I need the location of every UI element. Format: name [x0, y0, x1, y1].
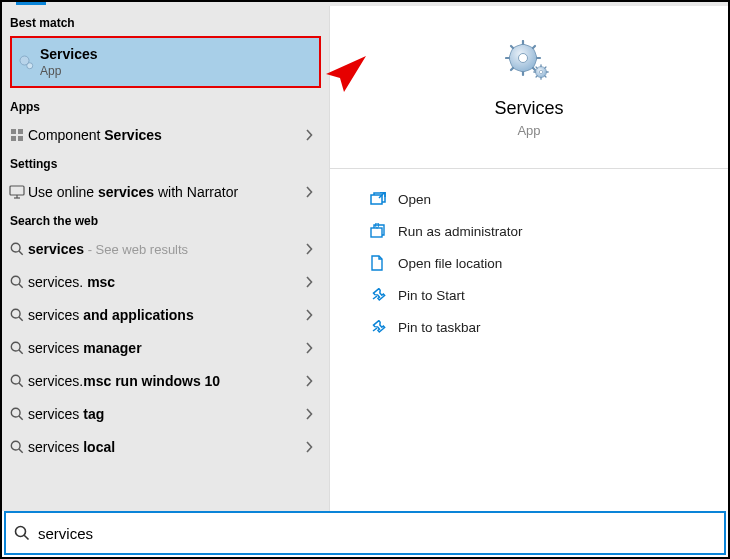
action-open[interactable]: Open: [370, 183, 728, 215]
svg-line-10: [19, 250, 23, 254]
svg-rect-5: [18, 136, 23, 141]
svg-point-15: [11, 342, 20, 351]
svg-point-1: [27, 63, 33, 69]
svg-point-19: [11, 408, 20, 417]
chevron-right-icon: [305, 375, 321, 387]
svg-point-21: [11, 441, 20, 450]
chevron-right-icon: [305, 441, 321, 453]
web-result-item[interactable]: services. msc: [2, 265, 329, 298]
action-run-as-administrator[interactable]: Run as administrator: [370, 215, 728, 247]
svg-point-13: [11, 309, 20, 318]
svg-line-22: [19, 448, 23, 452]
actions-list: OpenRun as administratorOpen file locati…: [330, 169, 728, 343]
folder-icon: [370, 255, 398, 271]
chevron-right-icon: [305, 342, 321, 354]
svg-line-38: [545, 67, 546, 68]
svg-rect-43: [371, 228, 382, 237]
svg-line-18: [19, 382, 23, 386]
search-icon: [6, 242, 28, 256]
web-result-item[interactable]: services local: [2, 430, 329, 463]
svg-rect-6: [10, 186, 24, 195]
action-label: Open: [398, 192, 431, 207]
result-label: services and applications: [28, 307, 305, 323]
main-area: Best match Services App Apps Component S…: [2, 6, 728, 511]
result-label: services manager: [28, 340, 305, 356]
section-best-match: Best match: [2, 10, 329, 34]
chevron-right-icon: [305, 243, 321, 255]
svg-rect-4: [11, 136, 16, 141]
svg-line-16: [19, 349, 23, 353]
web-result-item[interactable]: services tag: [2, 397, 329, 430]
web-result-item[interactable]: services and applications: [2, 298, 329, 331]
action-label: Run as administrator: [398, 224, 523, 239]
svg-line-47: [24, 535, 28, 539]
preview-panel: Services App OpenRun as administratorOpe…: [330, 6, 728, 511]
svg-point-9: [11, 243, 20, 252]
top-bar: [2, 2, 728, 6]
svg-line-41: [536, 67, 537, 68]
preview-subtitle: App: [517, 123, 540, 138]
chevron-right-icon: [305, 309, 321, 321]
pin-icon: [370, 288, 398, 302]
svg-rect-2: [11, 129, 16, 134]
result-label: services tag: [28, 406, 305, 422]
preview-header: Services App: [330, 6, 728, 169]
section-settings: Settings: [2, 151, 329, 175]
chevron-right-icon: [305, 408, 321, 420]
best-match-text: Services App: [40, 46, 319, 78]
open-icon: [370, 192, 398, 206]
action-label: Pin to Start: [398, 288, 465, 303]
action-pin-to-start[interactable]: Pin to Start: [370, 279, 728, 311]
settings-result-item[interactable]: Use online services with Narrator: [2, 175, 329, 208]
component-services-icon: [6, 127, 28, 143]
pin-icon: [370, 320, 398, 334]
best-match-title: Services: [40, 46, 319, 62]
accent-strip: [16, 2, 46, 5]
svg-point-23: [519, 54, 528, 63]
section-web: Search the web: [2, 208, 329, 232]
search-icon: [6, 525, 38, 541]
action-open-file-location[interactable]: Open file location: [370, 247, 728, 279]
shield-icon: [370, 223, 398, 239]
chevron-right-icon: [305, 129, 321, 141]
result-label: services local: [28, 439, 305, 455]
result-label: services. msc: [28, 274, 305, 290]
search-input[interactable]: [38, 525, 724, 542]
web-result-item[interactable]: services manager: [2, 331, 329, 364]
svg-line-39: [545, 76, 546, 77]
chevron-right-icon: [305, 276, 321, 288]
svg-line-29: [511, 68, 513, 70]
results-panel: Best match Services App Apps Component S…: [2, 6, 330, 511]
svg-line-40: [536, 76, 537, 77]
search-icon: [6, 440, 28, 454]
web-result-item[interactable]: services - See web results: [2, 232, 329, 265]
result-label: Use online services with Narrator: [28, 184, 305, 200]
best-match-item[interactable]: Services App: [10, 36, 321, 88]
section-apps: Apps: [2, 94, 329, 118]
action-label: Pin to taskbar: [398, 320, 481, 335]
app-result-item[interactable]: Component Services: [2, 118, 329, 151]
services-icon: [12, 53, 40, 71]
svg-point-33: [539, 70, 542, 73]
preview-title: Services: [494, 98, 563, 119]
web-result-item[interactable]: services.msc run windows 10: [2, 364, 329, 397]
svg-line-27: [533, 68, 535, 70]
svg-line-45: [373, 328, 377, 331]
action-label: Open file location: [398, 256, 502, 271]
search-bar[interactable]: [4, 511, 726, 555]
search-icon: [6, 374, 28, 388]
svg-line-12: [19, 283, 23, 287]
svg-line-25: [533, 46, 535, 48]
svg-line-31: [511, 46, 513, 48]
chevron-right-icon: [305, 186, 321, 198]
svg-line-44: [373, 296, 377, 299]
search-icon: [6, 308, 28, 322]
search-icon: [6, 341, 28, 355]
action-pin-to-taskbar[interactable]: Pin to taskbar: [370, 311, 728, 343]
result-label: services.msc run windows 10: [28, 373, 305, 389]
svg-point-17: [11, 375, 20, 384]
monitor-icon: [6, 185, 28, 199]
best-match-subtitle: App: [40, 64, 319, 78]
search-icon: [6, 275, 28, 289]
svg-line-14: [19, 316, 23, 320]
